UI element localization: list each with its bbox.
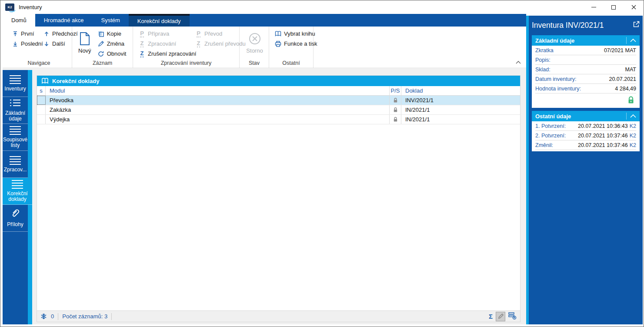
arrow-down-icon bbox=[43, 41, 50, 47]
row-select-cell[interactable] bbox=[37, 96, 46, 105]
title-bar: K2 Inventury bbox=[0, 0, 644, 14]
column-header-s[interactable]: s bbox=[37, 86, 46, 95]
change-button[interactable]: Změna bbox=[95, 39, 129, 49]
minimize-button[interactable] bbox=[584, 0, 604, 14]
arrow-up-icon bbox=[43, 31, 50, 37]
field-row: 1. Potvrzení: 20.07.2021 10:36:43K2 bbox=[535, 121, 636, 131]
column-header-ps[interactable]: P/S bbox=[390, 86, 401, 95]
field-value: 20.07.2021 10:36:43 bbox=[578, 123, 628, 129]
table-row[interactable]: Zakázka IN/2021/1 bbox=[37, 105, 520, 115]
sidebar-item-zpracovani[interactable]: Zpracov... bbox=[3, 151, 28, 178]
sidebar-item-inventury[interactable]: Inventury bbox=[3, 70, 28, 97]
copy-icon bbox=[97, 31, 105, 37]
add-view-button[interactable] bbox=[508, 312, 517, 321]
right-zone: Inventura INV/2021/1 Základní údaje Zkra… bbox=[526, 16, 643, 324]
maximize-button[interactable] bbox=[604, 0, 624, 14]
field-row: Změnil: 20.07.2021 10:37:46K2 bbox=[535, 140, 636, 150]
cell-modul: Výdejka bbox=[46, 115, 390, 124]
pencil-icon bbox=[498, 314, 504, 319]
vybrat-knihu-label: Vybrat knihu bbox=[284, 30, 315, 37]
last-label: Poslední bbox=[21, 40, 43, 47]
menu-icon bbox=[12, 180, 23, 189]
field-row: Sklad: MAT bbox=[535, 65, 636, 74]
zruseni-zpracovani-button[interactable]: Z Zrušení zpracování bbox=[136, 49, 192, 59]
snowflake-icon bbox=[40, 313, 47, 320]
lock-icon bbox=[390, 105, 401, 114]
menu-icon bbox=[10, 75, 21, 84]
content-area: Inventury Základní údaje Soupisové listy… bbox=[3, 69, 526, 324]
field-row: 2. Potvrzení: 20.07.2021 10:37:46K2 bbox=[535, 131, 636, 140]
pencil-icon bbox=[97, 41, 105, 47]
sidebar-item-label: Korekční doklady bbox=[3, 191, 32, 202]
prevod-label: Převod bbox=[204, 30, 222, 37]
row-select-cell[interactable] bbox=[37, 115, 46, 124]
printer-icon bbox=[274, 41, 282, 47]
maximize-icon bbox=[611, 5, 616, 10]
cell-doklad: IN/2021/1 bbox=[401, 105, 520, 114]
funkce-a-tisk-label: Funkce a tisk bbox=[284, 40, 317, 47]
ribbon: První Poslední Předchozí Další bbox=[3, 27, 526, 68]
collapse-ribbon-button[interactable] bbox=[516, 58, 521, 66]
field-value: 20.07.2021 10:37:46 bbox=[578, 142, 628, 148]
new-document-icon bbox=[79, 30, 90, 47]
sidebar-item-soupisove-listy[interactable]: Soupisové listy bbox=[3, 124, 28, 151]
tab-korekcni-doklady[interactable]: Korekční doklady bbox=[129, 14, 190, 27]
table-row[interactable]: Převodka INV/2021/1 bbox=[37, 96, 520, 105]
first-button[interactable]: První bbox=[9, 29, 40, 39]
column-header-modul[interactable]: Modul bbox=[46, 86, 390, 95]
new-label: Nový bbox=[78, 47, 91, 54]
korekcni-doklady-panel: Korekční doklady s Modul P/S Doklad Přev… bbox=[37, 75, 521, 322]
book-icon bbox=[274, 31, 282, 37]
letter-p-icon: P bbox=[195, 30, 202, 37]
letter-z-icon: Z bbox=[195, 40, 202, 47]
minimize-icon bbox=[591, 7, 596, 7]
window-controls bbox=[584, 0, 644, 14]
table-header-bar: Korekční doklady bbox=[37, 76, 520, 86]
vybrat-knihu-button[interactable]: Vybrat knihu bbox=[272, 29, 320, 39]
ribbon-tab-bar: Domů Hromadné akce Systém Korekční dokla… bbox=[3, 14, 526, 27]
table-status-bar: 0 Počet záznamů: 3 Σ bbox=[37, 310, 520, 322]
new-button[interactable]: Nový bbox=[75, 29, 95, 59]
next-label: Další bbox=[52, 40, 65, 47]
sidebar-item-prilohy[interactable]: Přílohy bbox=[3, 205, 28, 232]
lock-icon bbox=[390, 96, 401, 105]
zpracovani-label: Zpracování bbox=[148, 40, 176, 47]
sidebar-item-korekcni-doklady[interactable]: Korekční doklady bbox=[3, 178, 32, 205]
group-label-ostatni: Ostatní bbox=[269, 59, 313, 68]
close-icon bbox=[631, 5, 636, 10]
funkce-a-tisk-button[interactable]: Funkce a tisk bbox=[272, 39, 320, 49]
section-title: Ostatní údaje bbox=[535, 113, 571, 120]
sidebar-item-zakladni-udaje[interactable]: Základní údaje bbox=[3, 97, 28, 124]
refresh-label: Obnovit bbox=[107, 50, 127, 57]
k2-app-icon: K2 bbox=[5, 3, 14, 11]
close-button[interactable] bbox=[624, 0, 644, 14]
field-row: Popis: bbox=[535, 55, 636, 65]
edit-toggle-button[interactable] bbox=[496, 312, 505, 321]
priprava-label: Příprava bbox=[148, 30, 169, 37]
menu-icon bbox=[10, 126, 21, 135]
section-header[interactable]: Ostatní údaje bbox=[532, 111, 640, 121]
section-zakladni-udaje: Základní údaje Zkratka 07/2021 MAT Popis… bbox=[532, 35, 640, 108]
table-empty-area bbox=[37, 124, 520, 310]
tab-hromadne-akce[interactable]: Hromadné akce bbox=[35, 14, 93, 27]
detail-panel-header: Inventura INV/2021/1 bbox=[532, 16, 640, 35]
section-header[interactable]: Základní údaje bbox=[532, 35, 640, 46]
first-label: První bbox=[21, 30, 34, 37]
open-external-icon bbox=[633, 21, 640, 28]
column-header-doklad[interactable]: Doklad bbox=[401, 86, 520, 95]
copy-button[interactable]: Kopie bbox=[95, 29, 129, 39]
field-label: Datum inventury: bbox=[535, 76, 576, 82]
zruseni-zpracovani-label: Zrušení zpracování bbox=[148, 50, 196, 57]
tab-system[interactable]: Systém bbox=[92, 14, 128, 27]
field-user: K2 bbox=[630, 123, 636, 129]
sidebar-item-label: Přílohy bbox=[7, 222, 23, 227]
refresh-icon bbox=[97, 51, 105, 57]
section-title: Základní údaje bbox=[535, 37, 574, 44]
open-external-button[interactable] bbox=[633, 21, 640, 30]
tab-domu[interactable]: Domů bbox=[3, 14, 35, 27]
sum-button[interactable]: Σ bbox=[489, 313, 493, 320]
table-row[interactable]: Výdejka IN/2021/1 bbox=[37, 115, 520, 124]
last-button[interactable]: Poslední bbox=[9, 39, 40, 49]
row-select-cell[interactable] bbox=[37, 105, 46, 114]
refresh-button[interactable]: Obnovit bbox=[95, 49, 129, 59]
